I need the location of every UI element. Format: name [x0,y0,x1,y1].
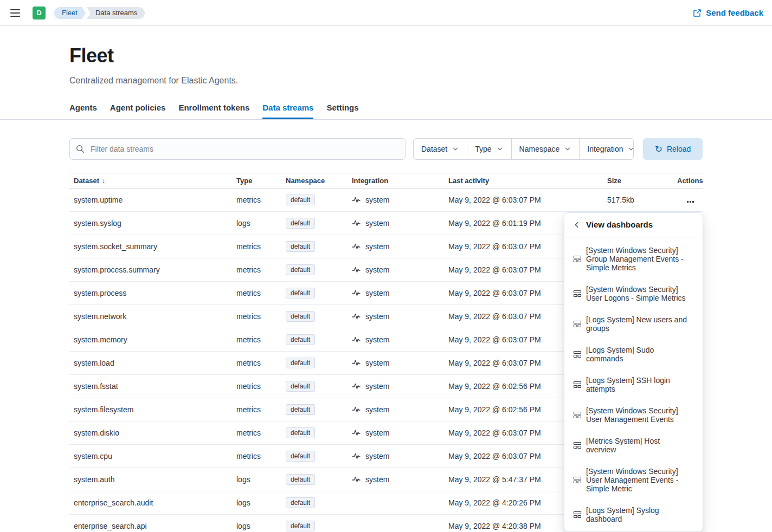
view-dashboards-popover: View dashboards [System Windows Security… [564,212,703,532]
dataset-cell: enterprise_search.audit [69,491,232,515]
breadcrumb-fleet[interactable]: Fleet [54,7,82,19]
dashboard-link-label: [System Windows Security] User Managemen… [586,406,687,424]
namespace-badge: default [286,474,315,485]
dashboard-icon [573,476,582,484]
integration-name: system [365,475,389,484]
dashboard-icon [573,411,582,419]
integration-cell: system [348,445,444,468]
dashboard-link[interactable]: [Logs System] New users and groups [567,311,700,337]
dashboard-link[interactable]: [Logs System] Sudo commands [567,341,700,367]
system-integration-icon [352,335,361,344]
type-cell: logs [232,515,281,532]
type-cell: metrics [232,189,281,212]
dashboard-link[interactable]: [Logs System] Syslog dashboard [567,502,700,528]
top-header: D Fleet Data streams Send feedback [0,0,772,26]
integration-cell [348,491,444,515]
integration-name: system [365,242,389,251]
dataset-cell: enterprise_search.api [69,515,232,532]
dashboard-link-label: [System Windows Security] User Logons - … [586,285,687,302]
actions-button[interactable] [685,199,696,205]
dataset-cell: system.process [69,282,232,305]
tab-data-streams[interactable]: Data streams [262,100,313,119]
type-cell: metrics [232,258,281,282]
integration-name: system [365,196,389,204]
namespace-cell: default [281,445,348,468]
namespace-cell: default [281,212,348,235]
filter-button-type[interactable]: Type [467,139,511,159]
chevron-down-icon [627,145,634,153]
integration-cell: system [348,468,444,491]
system-integration-icon [352,219,361,228]
dashboard-link-label: [Logs System] SSH login attempts [586,376,687,393]
namespace-badge: default [286,334,315,345]
namespace-badge: default [286,311,315,322]
send-feedback-link[interactable]: Send feedback [693,8,763,17]
column-header-size: Size [603,173,673,189]
table-head-row: Dataset↓TypeNamespaceIntegrationLast act… [69,173,703,189]
namespace-cell: default [281,375,348,398]
integration-name: system [365,452,389,460]
namespace-badge: default [286,241,315,252]
popover-header: View dashboards [564,213,703,237]
reload-label: Reload [667,145,691,153]
system-integration-icon [352,242,361,251]
filter-button-namespace[interactable]: Namespace [511,139,580,159]
integration-name: system [365,219,389,228]
system-integration-icon [352,312,361,321]
last-activity-cell: May 9, 2022 @ 6:03:07 PM [444,189,603,212]
column-header-dataset[interactable]: Dataset↓ [69,173,232,189]
dashboard-link[interactable]: [System Windows Security] Group Manageme… [567,242,700,276]
namespace-badge: default [286,218,315,229]
tab-enrollment-tokens[interactable]: Enrollment tokens [178,100,249,119]
dashboard-link[interactable]: [Logs System] SSH login attempts [567,372,700,398]
integration-name: system [365,335,389,344]
system-integration-icon [352,382,361,391]
deployment-badge[interactable]: D [33,7,46,20]
filter-group: DatasetTypeNamespaceIntegration [413,138,634,160]
namespace-cell: default [281,235,348,258]
filter-data-streams-input[interactable] [69,138,406,160]
system-integration-icon [352,265,361,274]
namespace-badge: default [286,404,315,415]
dashboard-link[interactable]: [Metrics System] Host overview [567,432,700,458]
filter-label: Dataset [421,145,447,153]
dashboard-icon [573,320,582,328]
back-button[interactable] [573,221,581,229]
menu-icon[interactable] [5,3,25,23]
reload-button[interactable]: ↻ Reload [643,138,703,160]
namespace-cell: default [281,352,348,375]
integration-name: system [365,359,389,367]
namespace-cell: default [281,258,348,282]
filter-button-integration[interactable]: Integration [579,139,634,159]
chevron-down-icon [564,145,571,153]
filter-button-dataset[interactable]: Dataset [414,139,467,159]
dashboard-link[interactable]: [System Windows Security] User Logons - … [567,281,700,307]
tab-agent-policies[interactable]: Agent policies [110,100,166,119]
dashboard-icon [573,255,582,263]
chevron-down-icon [496,145,504,153]
tab-agents[interactable]: Agents [69,100,97,119]
integration-cell: system [348,305,444,328]
type-cell: metrics [232,375,281,398]
page-title: Fleet [69,44,703,67]
type-cell: metrics [232,421,281,445]
refresh-icon: ↻ [655,145,662,154]
tab-settings[interactable]: Settings [326,100,358,119]
integration-cell: system [348,212,444,235]
tab-bar: AgentsAgent policiesEnrollment tokensDat… [0,100,772,119]
integration-cell: system [348,352,444,375]
table-row: system.uptimemetricsdefaultsystemMay 9, … [69,189,703,212]
dashboard-link[interactable]: [System Windows Security] User Managemen… [567,402,700,428]
system-integration-icon [352,475,361,484]
type-cell: logs [232,491,281,515]
integration-cell: system [348,235,444,258]
dashboard-link[interactable]: [System Windows Security] User Managemen… [567,463,700,497]
size-cell: 517.5kb [603,189,673,212]
dashboard-link-label: [Logs System] New users and groups [586,315,687,333]
namespace-cell: default [281,515,348,532]
dataset-cell: system.uptime [69,189,232,212]
filter-label: Type [475,145,491,153]
dashboard-link-label: [System Windows Security] Group Manageme… [586,246,687,272]
breadcrumb-data-streams: Data streams [87,7,145,19]
column-header-type: Type [232,173,281,189]
